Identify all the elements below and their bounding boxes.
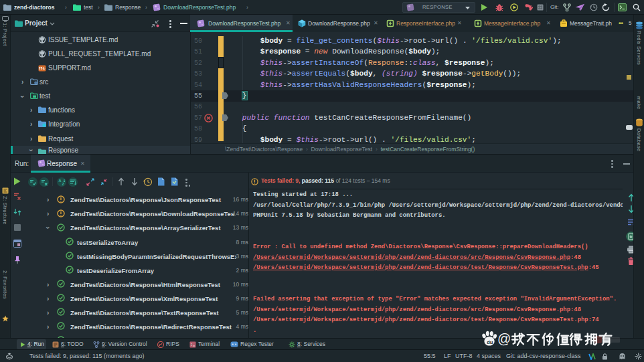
svg-text:du: du xyxy=(487,339,493,345)
svg-text:A: A xyxy=(59,179,62,183)
